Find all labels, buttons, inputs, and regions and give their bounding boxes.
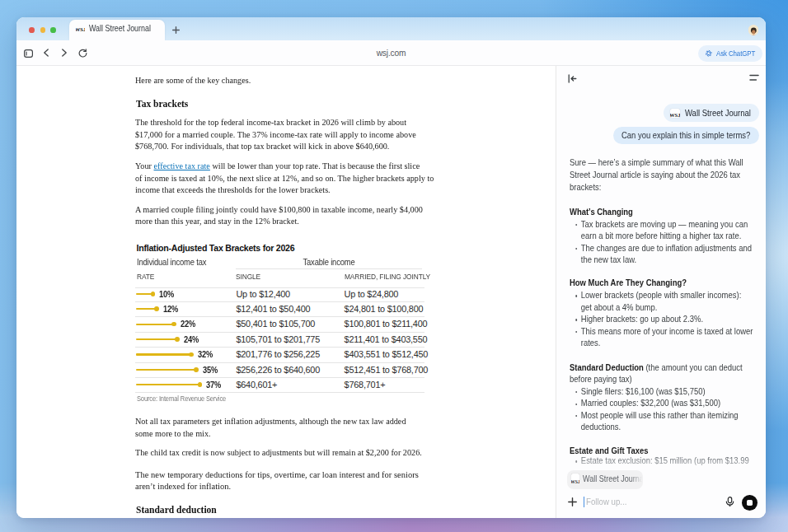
svg-text:WSJ: WSJ xyxy=(571,478,579,483)
svg-text:WSJ: WSJ xyxy=(76,26,85,32)
